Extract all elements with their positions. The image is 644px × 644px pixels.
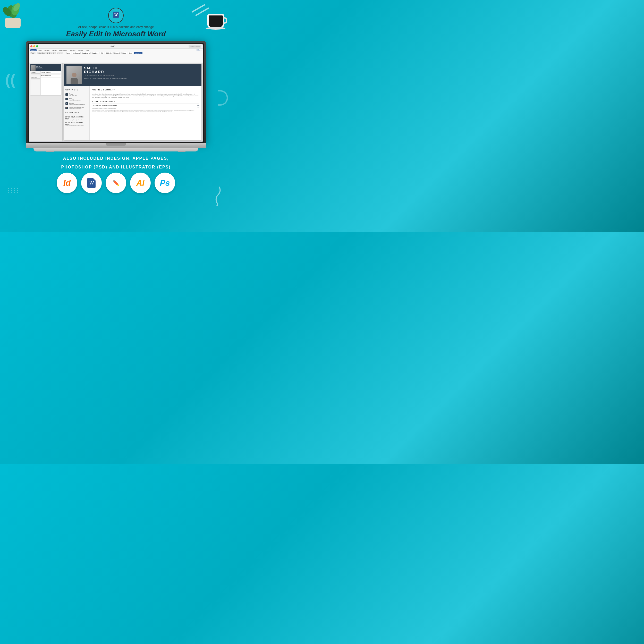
- phone-icon: 📞: [65, 93, 68, 96]
- window-controls: [30, 45, 38, 47]
- edu-sub-1: 2010 | Company Name | Address Name: [65, 119, 88, 121]
- share-button[interactable]: ↑ Share: [196, 49, 201, 51]
- laptop-screen-outer: SMITH 🔍 Search in Document Home Insert D…: [26, 41, 206, 143]
- word-doc-icon: W: [87, 178, 96, 188]
- tab-home[interactable]: Home: [30, 49, 37, 51]
- included-text-2: PHOTOSHOP (PSD) AND ILLUSTRATOR (EPS): [8, 165, 224, 170]
- laptop-bezel: SMITH 🔍 Search in Document Home Insert D…: [28, 43, 204, 143]
- page-thumbnail: SMITH RICHARD UX DESIGNER CONTACTS: [30, 64, 61, 95]
- photoshop-icon-circle[interactable]: Ps: [155, 173, 175, 193]
- contact-address: 🏠 Your Home/Office Street/State Address …: [65, 107, 88, 110]
- email-text: Email example@example.com: [69, 98, 81, 101]
- resume-meta: AGE: 25 || RELATIONSHIP: MARRIED || NATI…: [84, 78, 199, 79]
- font-group: Calibri (Body) 12 B I U: [37, 52, 56, 54]
- separator-1: [8, 163, 224, 163]
- meta-relationship: RELATIONSHIP: MARRIED: [93, 78, 109, 79]
- tab-review[interactable]: Review: [77, 49, 84, 51]
- meta-age: AGE: 25: [84, 78, 89, 79]
- work-desc-1: Lorem ipsum dolor sit amet, consectetur …: [92, 109, 199, 113]
- word-icon-container: W: [108, 8, 124, 23]
- ribbon-tools: Paste Calibri (Body) 12 B I U ≡ ≡ ≡: [30, 52, 201, 54]
- style-no-spacing[interactable]: No Spacing: [72, 52, 81, 54]
- underline-btn[interactable]: U: [53, 52, 55, 54]
- address-text: Your Home/Office Street/State Address Fu…: [69, 107, 88, 110]
- address-icon: 🏠: [65, 107, 68, 109]
- thumb-body: CONTACTS EDUCATION: [30, 71, 61, 95]
- align-right[interactable]: ≡: [61, 52, 63, 54]
- indesign-label: Id: [63, 178, 71, 188]
- laptop-hinge: [106, 143, 126, 146]
- header-subtitle: All text, shape, color is 100% editable …: [0, 25, 232, 29]
- tab-insert[interactable]: Insert: [37, 49, 43, 51]
- meta-separator2: ||: [110, 78, 111, 79]
- style-intense-quote[interactable]: Intense Q...: [134, 52, 142, 54]
- resume-photo: [66, 66, 82, 84]
- ribbon-tabs: Home Insert Design Layout References Mai…: [30, 49, 201, 51]
- indesign-icon-circle[interactable]: Id: [57, 173, 77, 193]
- word-sidebar: SMITH RICHARD UX DESIGNER CONTACTS: [29, 63, 63, 141]
- bold-btn[interactable]: B: [49, 52, 51, 54]
- titlebar-text: SMITH: [38, 45, 189, 47]
- style-subtle[interactable]: Subtle E...: [105, 52, 113, 54]
- tab-layout[interactable]: Layout: [51, 49, 58, 51]
- resume-role: UX DESIGNER & UI DEVELOPER: [84, 75, 199, 77]
- word-icon-circle[interactable]: W: [81, 173, 102, 193]
- word-content-area: SMITH RICHARD UX DESIGNER CONTACTS: [29, 63, 203, 141]
- laptop-base: [26, 143, 206, 148]
- style-h1[interactable]: Heading 1: [81, 52, 91, 54]
- work-company-1: Your company Name / Institute Full Name …: [92, 108, 199, 109]
- contact-linkedin: in Linkedin LinkedIn.com/in/usernamehere…: [65, 102, 88, 106]
- email-icon: ✉: [65, 98, 68, 100]
- thumb-header: SMITH RICHARD UX DESIGNER: [30, 64, 61, 71]
- bottom-section: ALSO INCLUDED INDESIGN, APPLE PAGES, PHO…: [0, 152, 232, 196]
- edu-title-1: ENTER YOUR JOB NAME HERE: [65, 116, 88, 119]
- resume-name-section: SMITH RICHARD UX DESIGNER & UI DEVELOPER…: [84, 66, 199, 79]
- dots-decoration: [8, 188, 19, 193]
- resume-right-col: PROFILE SUMMARY Lorem ipsum dolor sit am…: [90, 86, 201, 140]
- style-title[interactable]: Title: [100, 52, 104, 54]
- tab-view[interactable]: View: [84, 49, 90, 51]
- font-size[interactable]: 12: [46, 52, 49, 54]
- contact-phone: 📞 Phone +012 3456 789: [65, 93, 88, 97]
- edu-title-2: ENTER YOUR JOB NAME HERE: [65, 122, 88, 125]
- profile-title: PROFILE SUMMARY: [92, 89, 199, 91]
- minimize-btn[interactable]: [33, 45, 35, 47]
- style-normal[interactable]: Normal: [65, 52, 71, 54]
- pages-icon-circle[interactable]: [106, 173, 126, 193]
- close-btn[interactable]: [30, 45, 32, 47]
- tab-design[interactable]: Design: [44, 49, 50, 51]
- linkedin-icon: in: [65, 102, 68, 105]
- edu-sub-2: 2010 | Company Name | Address Name: [65, 125, 88, 126]
- edu-item-1: ENTER YOUR JOB NAME HERE 2010 | Company …: [65, 116, 88, 121]
- profile-divider: [92, 92, 199, 92]
- paste-group: Paste: [30, 52, 36, 54]
- work-dates-1: 20102014: [197, 105, 199, 108]
- style-h2[interactable]: Heading 2: [91, 52, 99, 54]
- illustrator-icon-circle[interactable]: Ai: [130, 173, 151, 193]
- word-fold: [93, 178, 96, 181]
- style-intense[interactable]: Intense E: [113, 52, 121, 54]
- laptop-feet: [26, 151, 206, 152]
- svg-text:W: W: [114, 13, 118, 17]
- edu-item-2: ENTER YOUR JOB NAME HERE 2010 | Company …: [65, 122, 88, 126]
- resume-header: SMITH RICHARD UX DESIGNER & UI DEVELOPER…: [64, 64, 201, 86]
- resume-body: CONTACTS 📞 Phone +012 3456 789: [64, 86, 201, 140]
- education-title: EDUCATION: [65, 112, 88, 114]
- illustrator-label: Ai: [136, 178, 145, 188]
- tab-references[interactable]: References: [58, 49, 68, 51]
- laptop-foot-right: [178, 151, 185, 152]
- profile-text: Lorem ipsum dolor sit amet, consectetur …: [92, 93, 199, 99]
- styles-group: Normal No Spacing Heading 1 Heading 2 Ti…: [65, 52, 142, 54]
- align-left[interactable]: ≡: [57, 52, 59, 54]
- tab-mailings[interactable]: Mailings: [69, 49, 76, 51]
- style-strong[interactable]: Strong: [121, 52, 127, 54]
- align-center[interactable]: ≡: [59, 52, 61, 54]
- contact-email: ✉ Email example@example.com: [65, 98, 88, 101]
- paste-btn[interactable]: Paste: [30, 52, 35, 54]
- meta-separator1: ||: [90, 78, 91, 79]
- maximize-btn[interactable]: [36, 45, 38, 47]
- font-name[interactable]: Calibri (Body): [37, 52, 46, 54]
- style-quote[interactable]: Quote: [128, 52, 133, 54]
- italic-btn[interactable]: I: [51, 52, 52, 54]
- deco-c-right: [218, 90, 228, 106]
